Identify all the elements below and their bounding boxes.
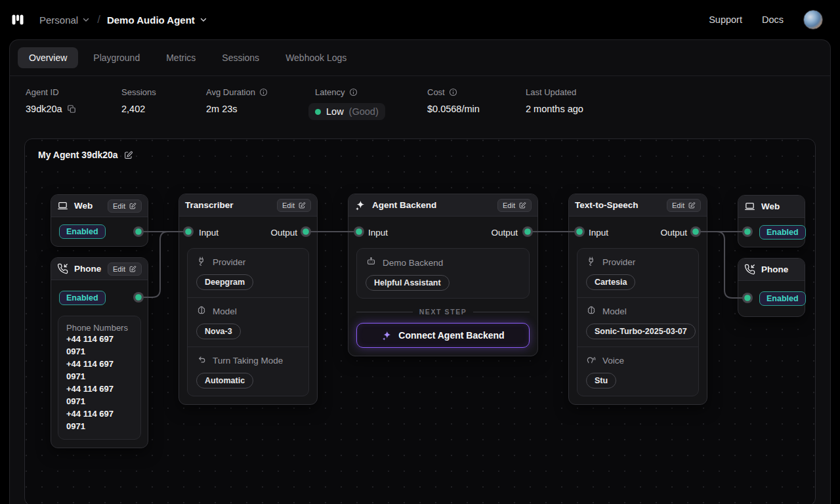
backend-output-port[interactable]: [522, 226, 533, 237]
turn-taking-icon: [196, 354, 207, 367]
node-transcriber[interactable]: Transcriber Edit Input Output Provider D…: [178, 194, 318, 405]
edit-icon: [129, 265, 136, 273]
node-text-to-speech[interactable]: Text-to-Speech Edit Input Output Provide…: [568, 194, 707, 405]
tts-input-port[interactable]: [574, 226, 585, 237]
phone-number: +44 114 697 0971: [66, 333, 133, 358]
node-phone-output[interactable]: Phone Enabled: [738, 258, 805, 317]
config-section-model: Model Nova-3: [188, 297, 308, 346]
status-badge: Enabled: [59, 291, 106, 305]
node-title: Transcriber: [185, 200, 234, 210]
node-header: Agent Backend Edit: [348, 194, 537, 217]
node-header: Web Edit: [51, 195, 148, 217]
edit-icon: [688, 201, 696, 209]
tab-sessions[interactable]: Sessions: [211, 47, 270, 68]
edit-button[interactable]: Edit: [108, 262, 142, 276]
provider-value-pill: Deepgram: [196, 274, 253, 290]
phone-numbers-title: Phone Numbers: [66, 323, 133, 333]
section-label: Provider: [602, 257, 635, 267]
transcriber-output-port[interactable]: [301, 226, 311, 237]
stat-last-updated: Last Updated 2 months ago: [526, 87, 583, 120]
node-agent-backend[interactable]: Agent Backend Edit Input Output Demo Bac…: [348, 194, 538, 356]
phone-number: +44 114 697 0971: [66, 383, 133, 408]
web-output-input-port[interactable]: [742, 226, 753, 237]
input-port-label: Input: [589, 228, 608, 238]
connect-agent-backend-button[interactable]: Connect Agent Backend: [356, 323, 530, 348]
laptop-icon: [744, 201, 755, 212]
edit-button[interactable]: Edit: [277, 199, 311, 212]
user-avatar[interactable]: [803, 10, 823, 30]
config-section-voice: Voice Stu: [578, 346, 698, 396]
agent-name: Demo Audio Agent: [107, 14, 195, 26]
cost-value: $0.0568/min: [427, 104, 480, 114]
support-link[interactable]: Support: [709, 14, 742, 25]
brain-icon: [196, 305, 207, 318]
edit-icon[interactable]: [123, 150, 133, 160]
stat-label: Agent ID: [26, 87, 59, 97]
breadcrumb-separator: /: [97, 13, 100, 26]
node-phone-source[interactable]: Phone Edit Enabled Phone Numbers +44 114…: [51, 257, 148, 448]
stat-avg-duration: Avg Duration 2m 23s: [206, 87, 315, 120]
tab-webhook-logs[interactable]: Webhook Logs: [274, 47, 358, 68]
info-icon: [449, 88, 457, 96]
section-label: Turn Taking Mode: [213, 356, 283, 366]
plug-icon: [586, 256, 597, 268]
node-title: Phone: [761, 264, 788, 274]
chevron-down-icon: [199, 15, 208, 24]
stat-label: Last Updated: [526, 87, 576, 97]
edit-icon: [298, 201, 306, 209]
node-web-output[interactable]: Web Enabled: [738, 195, 805, 247]
next-step-divider: NEXT STEP: [356, 308, 530, 316]
tab-playground[interactable]: Playground: [82, 47, 151, 68]
app-logo-icon[interactable]: [9, 11, 26, 28]
agent-flow-canvas[interactable]: My Agent 39dk20a Web Edit Enabled: [24, 138, 816, 504]
status-badge: Enabled: [59, 224, 106, 239]
voice-icon: [586, 354, 597, 367]
edit-button[interactable]: Edit: [667, 199, 701, 212]
output-port-label: Output: [660, 228, 687, 238]
phone-number: +44 114 697 0971: [66, 358, 133, 383]
stats-row: Agent ID 39dk20a Sessions 2,402 Avg Dura…: [10, 76, 830, 120]
plug-icon: [196, 256, 207, 268]
model-value-pill: Sonic-Turbo-2025-03-07: [586, 324, 696, 339]
node-title: Agent Backend: [372, 200, 436, 210]
node-title: Text-to-Speech: [575, 200, 639, 210]
agent-id-value: 39dk20a: [26, 104, 62, 114]
workspace-switcher[interactable]: Personal: [39, 14, 91, 26]
tab-overview[interactable]: Overview: [18, 47, 78, 68]
turn-taking-value-pill: Automatic: [196, 373, 253, 388]
phone-output-input-port[interactable]: [742, 293, 753, 303]
docs-link[interactable]: Docs: [762, 14, 784, 25]
node-header: Text-to-Speech Edit: [569, 194, 707, 217]
backend-config-panel: Demo Backend Helpful Assistant: [356, 248, 530, 299]
input-port-label: Input: [199, 228, 219, 238]
node-header: Phone Edit: [51, 258, 148, 280]
stat-label: Avg Duration: [206, 87, 255, 97]
edit-button[interactable]: Edit: [108, 200, 142, 213]
info-icon: [349, 88, 358, 96]
phone-incoming-icon: [744, 264, 755, 275]
transcriber-input-port[interactable]: [183, 226, 194, 237]
tab-metrics[interactable]: Metrics: [155, 47, 207, 68]
canvas-title-text: My Agent 39dk20a: [38, 150, 118, 160]
copy-icon[interactable]: [67, 104, 76, 114]
node-web-source[interactable]: Web Edit Enabled: [51, 194, 148, 247]
agent-switcher[interactable]: Demo Audio Agent: [107, 14, 208, 26]
latency-status-badge: Low (Good): [308, 103, 385, 120]
node-header: Transcriber Edit: [179, 194, 317, 217]
edit-button[interactable]: Edit: [497, 199, 532, 212]
backend-input-port[interactable]: [354, 226, 364, 237]
chevron-down-icon: [81, 15, 91, 24]
tts-output-port[interactable]: [690, 226, 701, 237]
edit-icon: [518, 201, 526, 209]
config-section-provider: Provider Deepgram: [188, 249, 308, 297]
topbar: Personal / Demo Audio Agent Support Docs: [0, 0, 840, 39]
sparkle-icon: [354, 200, 366, 211]
node-header: Web: [738, 196, 805, 218]
node-header: Phone: [738, 259, 805, 281]
latency-qualifier: (Good): [349, 106, 379, 117]
node-title: Web: [761, 201, 780, 211]
phone-source-output-port[interactable]: [133, 292, 144, 303]
next-step-label: NEXT STEP: [419, 308, 467, 316]
web-source-output-port[interactable]: [133, 226, 144, 237]
sparkle-icon: [381, 330, 392, 341]
